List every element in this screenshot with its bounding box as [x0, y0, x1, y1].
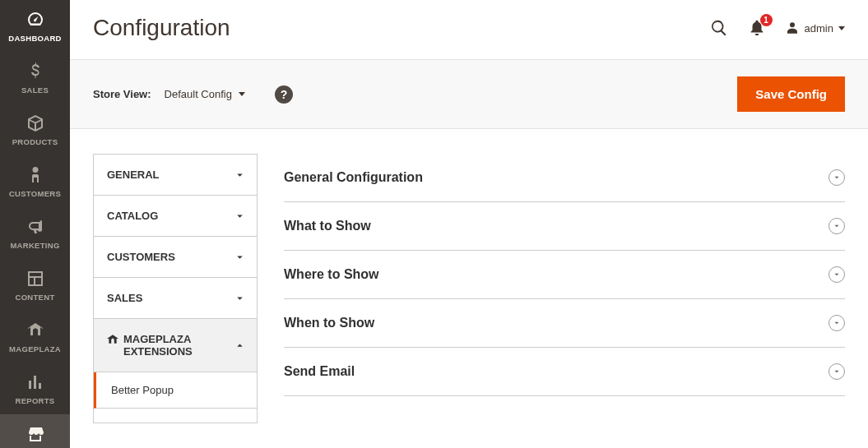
user-label: admin: [805, 22, 833, 35]
sidebar-label: PRODUCTS: [12, 137, 58, 146]
user-menu[interactable]: admin: [785, 21, 845, 35]
sidebar-label: CONTENT: [15, 293, 54, 302]
admin-sidebar: DASHBOARD SALES PRODUCTS CUSTOMERS MARKE…: [0, 0, 70, 448]
store-view-value: Default Config: [165, 88, 232, 100]
expand-icon: [829, 363, 845, 380]
sidebar-item-dashboard[interactable]: DASHBOARD: [0, 0, 70, 52]
sidebar-item-stores[interactable]: STORES: [0, 414, 70, 448]
expand-icon: [829, 169, 845, 186]
section-when-to-show[interactable]: When to Show: [284, 299, 845, 348]
sidebar-item-reports[interactable]: REPORTS: [0, 363, 70, 414]
tab-label: CATALOG: [107, 210, 158, 222]
sidebar-item-products[interactable]: PRODUCTS: [0, 104, 70, 155]
sidebar-item-marketing[interactable]: MARKETING: [0, 207, 70, 259]
section-title: Send Email: [284, 364, 355, 379]
sidebar-item-sales[interactable]: SALES: [0, 52, 70, 104]
tab-label: GENERAL: [107, 169, 160, 181]
mageplaza-logo-icon: [107, 335, 118, 344]
header-actions: 1 admin: [709, 18, 845, 38]
bar-chart-icon: [26, 371, 45, 394]
sidebar-item-content[interactable]: CONTENT: [0, 259, 70, 311]
scope-bar: Store View: Default Config ? Save Config: [70, 59, 868, 129]
megaphone-icon: [26, 215, 45, 238]
sidebar-label: CUSTOMERS: [9, 189, 61, 198]
section-title: When to Show: [284, 316, 374, 330]
tab-catalog[interactable]: CATALOG: [94, 196, 257, 237]
sidebar-label: MARKETING: [10, 241, 59, 250]
expand-icon: [829, 315, 845, 331]
box-icon: [26, 112, 45, 135]
search-icon[interactable]: [709, 18, 729, 38]
notifications-icon[interactable]: 1: [747, 18, 767, 38]
sidebar-item-customers[interactable]: CUSTOMERS: [0, 155, 70, 207]
tab-sales[interactable]: SALES: [94, 278, 257, 319]
sidebar-label: MAGEPLAZA: [9, 344, 61, 353]
store-icon: [26, 423, 45, 446]
save-config-button[interactable]: Save Config: [737, 76, 845, 112]
config-sections: General Configuration What to Show Where…: [284, 154, 845, 423]
section-title: What to Show: [284, 219, 371, 233]
caret-down-icon: [838, 26, 845, 30]
caret-down-icon: [239, 92, 245, 96]
tab-mageplaza-extensions[interactable]: MAGEPLAZA EXTENSIONS: [94, 319, 257, 372]
main-panel: Configuration 1 admin Store View: Defaul…: [70, 0, 868, 448]
section-what-to-show[interactable]: What to Show: [284, 202, 845, 251]
notifications-badge: 1: [760, 14, 773, 26]
section-send-email[interactable]: Send Email: [284, 348, 845, 396]
page-header: Configuration 1 admin: [70, 0, 868, 59]
expand-icon: [829, 266, 845, 283]
tab-customers[interactable]: CUSTOMERS: [94, 237, 257, 278]
chevron-down-icon: [234, 252, 245, 262]
tab-label: CUSTOMERS: [107, 251, 175, 263]
subtab-better-popup[interactable]: Better Popup: [94, 372, 257, 409]
section-title: Where to Show: [284, 267, 379, 282]
person-icon: [26, 164, 45, 187]
tab-label: MAGEPLAZA EXTENSIONS: [123, 333, 207, 358]
config-content: GENERAL CATALOG CUSTOMERS SALES MAGEPLAZ…: [70, 129, 868, 448]
chevron-up-icon: [234, 340, 245, 351]
tab-label: SALES: [107, 292, 142, 304]
section-title: General Configuration: [284, 170, 423, 185]
dollar-icon: [26, 60, 45, 83]
section-where-to-show[interactable]: Where to Show: [284, 251, 845, 299]
chevron-down-icon: [234, 293, 245, 303]
sidebar-item-mageplaza[interactable]: MAGEPLAZA: [0, 311, 70, 363]
layout-icon: [26, 267, 45, 290]
chevron-down-icon: [234, 210, 245, 221]
config-tabs: GENERAL CATALOG CUSTOMERS SALES MAGEPLAZ…: [93, 154, 258, 423]
sidebar-label: REPORTS: [15, 396, 54, 405]
sidebar-label: DASHBOARD: [8, 34, 61, 43]
gauge-icon: [26, 8, 45, 31]
user-icon: [785, 21, 800, 35]
store-view-label: Store View:: [93, 88, 151, 100]
store-view-switcher[interactable]: Default Config: [165, 88, 245, 100]
help-icon[interactable]: ?: [275, 85, 293, 104]
tab-general[interactable]: GENERAL: [94, 155, 257, 196]
chevron-down-icon: [234, 169, 245, 180]
page-title: Configuration: [93, 15, 230, 41]
mageplaza-icon: [26, 319, 45, 342]
sidebar-label: SALES: [21, 85, 49, 95]
section-general-configuration[interactable]: General Configuration: [284, 154, 845, 202]
expand-icon: [829, 218, 845, 234]
